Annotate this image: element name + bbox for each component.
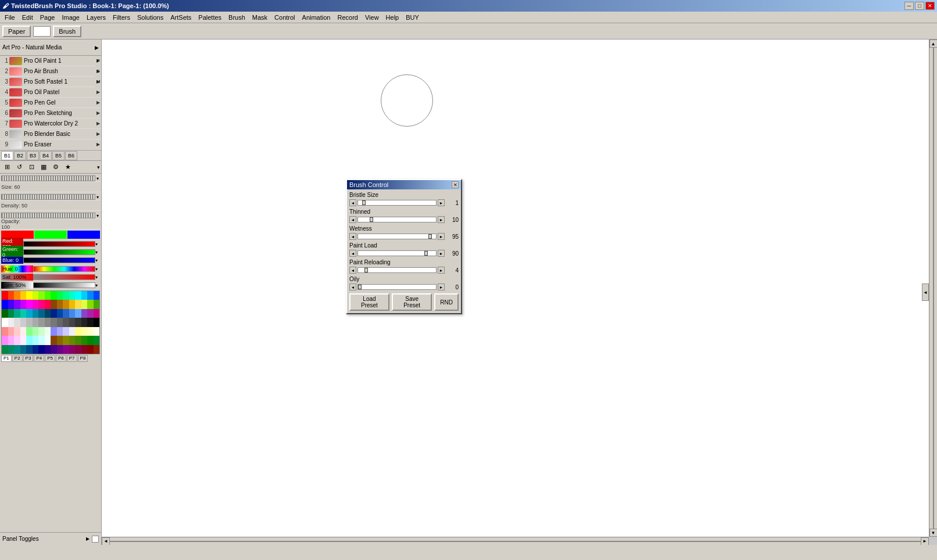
close-button[interactable]: ✕: [925, 2, 935, 10]
menu-item-view[interactable]: View: [362, 13, 382, 21]
palette-cell-83[interactable]: [20, 336, 27, 344]
palette-tab-p7[interactable]: P7: [67, 355, 77, 362]
palette-cell-57[interactable]: [57, 318, 63, 326]
palette-cell-18[interactable]: [14, 300, 20, 308]
bc-track-0[interactable]: [357, 200, 437, 206]
tab-m[interactable]: M: [95, 77, 101, 87]
palette-cell-72[interactable]: [51, 327, 57, 336]
palette-cell-41[interactable]: [57, 309, 63, 318]
palette-cell-97[interactable]: [8, 345, 15, 354]
palette-tab-p1[interactable]: P1: [1, 355, 12, 362]
palette-cell-30[interactable]: [87, 300, 94, 308]
sat-slider[interactable]: [33, 274, 95, 280]
sat-scroll[interactable]: ▾: [95, 275, 100, 280]
bc-load-preset-button[interactable]: Load Preset: [349, 293, 389, 311]
palette-cell-79[interactable]: [94, 327, 100, 336]
bc-track-4[interactable]: [357, 267, 437, 273]
bc-right-arrow-4[interactable]: ►: [438, 267, 445, 274]
menu-item-animation[interactable]: Animation: [299, 13, 334, 21]
palette-cell-65[interactable]: [8, 327, 15, 336]
palette-cell-70[interactable]: [38, 327, 45, 336]
palette-cell-99[interactable]: [20, 345, 27, 354]
scroll-down-arrow[interactable]: ▼: [929, 529, 938, 537]
palette-cell-33[interactable]: [8, 309, 15, 318]
bc-left-arrow-0[interactable]: ◄: [349, 199, 356, 206]
brush-control-titlebar[interactable]: Brush Control ✕: [347, 180, 461, 189]
bc-thumb-0[interactable]: [362, 200, 366, 205]
palette-cell-10[interactable]: [63, 291, 69, 300]
bc-left-arrow-1[interactable]: ◄: [349, 216, 356, 223]
brush-control-close[interactable]: ✕: [452, 181, 459, 188]
palette-cell-14[interactable]: [87, 291, 94, 300]
bc-left-arrow-3[interactable]: ◄: [349, 250, 356, 257]
palette-cell-24[interactable]: [51, 300, 57, 308]
palette-cell-21[interactable]: [33, 300, 39, 308]
bc-right-arrow-0[interactable]: ►: [438, 199, 445, 206]
palette-cell-12[interactable]: [75, 291, 81, 300]
palette-cell-42[interactable]: [63, 309, 69, 318]
palette-cell-11[interactable]: [69, 291, 76, 300]
palette-cell-93[interactable]: [81, 336, 88, 344]
bank-tab-b6[interactable]: B6: [65, 151, 77, 160]
brush-item-7[interactable]: 7Pro Watercolor Dry 2▶: [0, 119, 101, 129]
palette-cell-7[interactable]: [45, 291, 51, 300]
palette-cell-102[interactable]: [38, 345, 45, 354]
palette-cell-81[interactable]: [8, 336, 15, 344]
palette-cell-106[interactable]: [63, 345, 69, 354]
palette-cell-73[interactable]: [57, 327, 63, 336]
palette-cell-38[interactable]: [38, 309, 45, 318]
menu-item-filters[interactable]: Filters: [109, 13, 134, 21]
palette-cell-95[interactable]: [94, 336, 100, 344]
bc-save-preset-button[interactable]: Save Preset: [392, 293, 432, 311]
palette-cell-1[interactable]: [8, 291, 15, 300]
palette-tab-p6[interactable]: P6: [56, 355, 66, 362]
palette-cell-32[interactable]: [2, 309, 8, 318]
canvas-area[interactable]: ▲ ▼ ◄ ► ◄ Brush Control ✕ Bristle Size◄►…: [102, 40, 937, 545]
menu-item-control[interactable]: Control: [271, 13, 298, 21]
palette-cell-26[interactable]: [63, 300, 69, 308]
blue-scroll[interactable]: ▾: [95, 258, 100, 263]
menu-item-record[interactable]: Record: [334, 13, 361, 21]
menu-item-buy[interactable]: BUY: [402, 13, 423, 21]
paper-button[interactable]: Paper: [2, 26, 31, 37]
palette-cell-15[interactable]: [94, 291, 100, 300]
palette-cell-22[interactable]: [38, 300, 45, 308]
palette-cell-110[interactable]: [87, 345, 94, 354]
bc-left-arrow-5[interactable]: ◄: [349, 283, 356, 290]
palette-cell-75[interactable]: [69, 327, 76, 336]
bc-right-arrow-3[interactable]: ►: [438, 250, 445, 257]
brush-tool-3[interactable]: ⊡: [26, 162, 37, 173]
brush-tool-2[interactable]: ↺: [13, 162, 25, 173]
panel-expand-arrow[interactable]: ▶: [95, 45, 99, 51]
palette-cell-3[interactable]: [20, 291, 27, 300]
palette-cell-45[interactable]: [81, 309, 88, 318]
palette-cell-74[interactable]: [63, 327, 69, 336]
palette-tab-p8[interactable]: P8: [78, 355, 88, 362]
bc-thumb-5[interactable]: [358, 285, 362, 289]
tab-p[interactable]: P: [95, 56, 101, 66]
menu-item-mask[interactable]: Mask: [249, 13, 271, 21]
palette-cell-39[interactable]: [45, 309, 51, 318]
palette-cell-103[interactable]: [45, 345, 51, 354]
bc-track-5[interactable]: [357, 284, 437, 290]
canvas-content[interactable]: [102, 40, 929, 537]
brush-item-8[interactable]: 8Pro Blender Basic▶: [0, 129, 101, 139]
bank-tab-b2[interactable]: B2: [14, 151, 26, 160]
green-scroll[interactable]: ▾: [95, 250, 100, 255]
brush-tool-4[interactable]: ▦: [38, 162, 49, 173]
blue-slider[interactable]: [23, 257, 95, 263]
palette-cell-47[interactable]: [94, 309, 100, 318]
hue-slider[interactable]: [33, 266, 95, 272]
menu-item-page[interactable]: Page: [37, 13, 59, 21]
palette-cell-52[interactable]: [26, 318, 33, 326]
red-scroll[interactable]: ▾: [95, 242, 100, 247]
bc-thumb-3[interactable]: [424, 251, 428, 256]
palette-cell-25[interactable]: [57, 300, 63, 308]
palette-cell-66[interactable]: [14, 327, 20, 336]
menu-item-layers[interactable]: Layers: [83, 13, 109, 21]
palette-cell-92[interactable]: [75, 336, 81, 344]
palette-cell-56[interactable]: [51, 318, 57, 326]
bc-track-1[interactable]: [357, 217, 437, 222]
scroll-right-thumb[interactable]: [933, 48, 934, 529]
bank-tab-b5[interactable]: B5: [52, 151, 65, 160]
